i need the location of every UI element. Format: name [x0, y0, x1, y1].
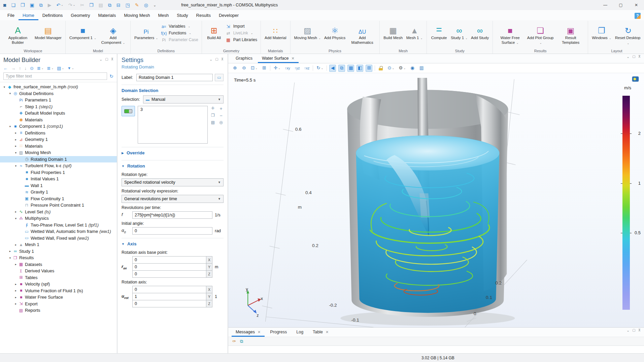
tree-expand-arrow[interactable]: ▸ [13, 289, 18, 292]
float-icon[interactable]: ▢ [105, 58, 108, 61]
collapse-icon[interactable]: ⌄ [626, 55, 630, 59]
rotation-section-header[interactable]: ▼ Rotation [122, 161, 224, 170]
tree-item-definitions[interactable]: ▸≡Definitions [0, 130, 117, 137]
filter-input[interactable] [3, 72, 107, 80]
livelink-button[interactable]: ⇄LiveLink⌄ [225, 30, 258, 36]
application-builder-button[interactable]: AApplication Builder [3, 22, 33, 48]
part-libraries-button[interactable]: ▦Part Libraries [225, 37, 258, 42]
add-study-button[interactable]: ∞Add Study [470, 22, 490, 48]
study-1-button[interactable]: ∞Study 1 ⌄ [449, 22, 469, 48]
paint-selection-button[interactable]: ✎ [135, 3, 139, 7]
tree-expand-arrow[interactable]: ▸ [13, 144, 18, 148]
copy-button[interactable]: ❐ [89, 3, 94, 7]
view-button[interactable]: ▤⌄ [57, 66, 64, 70]
information-tab-log[interactable]: Log [292, 328, 307, 337]
print-button[interactable]: ▥ [418, 65, 425, 72]
run-button[interactable]: ▶ [48, 3, 52, 7]
comsol-logo-button[interactable]: ◙ [3, 3, 6, 7]
float-icon[interactable]: ▢ [632, 329, 635, 332]
label-input[interactable] [136, 74, 213, 81]
windows-button[interactable]: ❐Windows ⌄ [590, 22, 613, 48]
selection-dropdown[interactable]: ▬ Manual ▼ [143, 95, 224, 103]
tree-collapse-arrow[interactable]: ▾ [13, 217, 18, 220]
tree-expand-arrow[interactable]: ▸ [8, 249, 12, 253]
pin-icon[interactable]: ⊼ [638, 329, 641, 332]
customize-toolbar-button[interactable]: ⌄ [153, 3, 156, 7]
float-icon[interactable]: ▢ [215, 58, 218, 61]
graphics-tab-graphics[interactable]: Graphics [232, 54, 257, 63]
add-plot-group-button[interactable]: ❏Add Plot Group ⌄ [526, 22, 555, 48]
functions-button[interactable]: f(x)Functions⌄ [160, 30, 199, 36]
tree-expand-arrow[interactable]: ▸ [13, 131, 18, 134]
tree-collapse-arrow[interactable]: ▾ [8, 256, 12, 260]
tree-collapse-arrow[interactable]: ▾ [13, 164, 18, 168]
menu-tab-results[interactable]: Results [192, 11, 215, 20]
undo-button[interactable]: ↶⌄ [57, 3, 63, 7]
forward-button[interactable]: → [11, 66, 15, 70]
select-highlight-button[interactable]: ◧ [357, 65, 363, 72]
tree-item-multiphysics[interactable]: ▾⁂Multiphysics [0, 215, 117, 222]
snapshot-button[interactable]: ◉ [409, 65, 416, 72]
tree-item-gravity-1[interactable]: ≋Gravity 1 [0, 189, 117, 195]
axis-section-header[interactable]: ▼ Axis [122, 239, 224, 248]
zoom-to-selection-button[interactable]: ◎ [218, 120, 224, 124]
find-button[interactable]: ◎ [144, 3, 148, 7]
lock-button[interactable] [377, 65, 384, 72]
tree-item-geometry-1[interactable]: ▸⊿Geometry 1 [0, 136, 117, 143]
float-icon[interactable]: ▢ [632, 55, 635, 59]
tree-collapse-arrow[interactable]: ▾ [13, 151, 18, 154]
paste-selection-button[interactable]: ▤ [210, 120, 215, 124]
visualization-button[interactable]: ⊙⌄ [386, 65, 395, 72]
environment-button[interactable]: ⚙⌄ [398, 65, 407, 72]
tree-item-moving-mesh[interactable]: ▾▨Moving Mesh [0, 149, 117, 156]
override-section-header[interactable]: ▶ Override [122, 148, 224, 157]
tree-item-tables[interactable]: ⊞Tables [0, 274, 117, 281]
moving-mesh-button[interactable]: ▨Moving Mesh ⌄ [293, 22, 322, 48]
save-button[interactable]: ▣ [30, 3, 34, 7]
tree-expand-arrow[interactable]: ▸ [13, 302, 18, 305]
menu-tab-geometry[interactable]: Geometry [67, 11, 94, 20]
rotation-axis-z-input[interactable] [132, 300, 206, 307]
rotation-axis-y-input[interactable] [132, 293, 206, 300]
import-button[interactable]: ⇲Import [225, 24, 258, 29]
scene-light-button[interactable]: ◀ [329, 65, 336, 72]
tree-item-study-1[interactable]: ▸∞Study 1 [0, 248, 117, 255]
new-file-button[interactable]: ❏ [11, 3, 15, 7]
pin-icon[interactable]: ⊼ [638, 55, 641, 59]
rename-button[interactable]: ▭ [215, 74, 224, 81]
tree-item-two-phase-flow-level-set-1[interactable]: ∮Two-Phase Flow, Level Set 1(tpf1) [0, 222, 117, 229]
move-down-button[interactable]: ↓ [25, 66, 27, 70]
tree-item-turbulent-flow-k[interactable]: ▾≈Turbulent Flow, k-ε(spf) [0, 162, 117, 169]
expand-button[interactable]: ≣⌄ [37, 66, 44, 70]
close-tab-icon[interactable]: ✕ [326, 330, 329, 334]
rotate-view-button[interactable]: ↻⌄ [315, 65, 324, 72]
view-orientation-button[interactable]: ✛⌄ [273, 65, 281, 72]
initial-angle-input[interactable] [132, 227, 212, 235]
zoom-out-button[interactable]: ⊖ [241, 65, 247, 72]
menu-tab-developer[interactable]: Developer [215, 11, 243, 20]
legend-button[interactable]: ⊞ [366, 65, 372, 72]
graphics-tab-water-surface[interactable]: Water Surface✕ [258, 54, 299, 63]
tree-item-initial-values-1[interactable]: ■Initial Values 1 [0, 176, 117, 182]
build-all-button[interactable]: ⊞Build All [204, 22, 224, 48]
paste-button[interactable]: ▤ [99, 3, 103, 7]
tree-item-results[interactable]: ▾❒Results [0, 254, 117, 261]
remove-from-selection-button[interactable]: − [218, 113, 224, 118]
comsol-corner-icon[interactable] [632, 77, 639, 82]
domain-selection-heading[interactable]: Domain Selection [122, 86, 224, 94]
menu-tab-definitions[interactable]: Definitions [38, 11, 67, 20]
tree-item-wetted-wall-fixed-wall[interactable]: ▭Wetted Wall, Fixed wall(ww2) [0, 235, 117, 242]
pin-icon[interactable]: ⊼ [221, 58, 224, 61]
collapse-tree-button[interactable]: ≣⌄ [47, 66, 54, 70]
view-xy-button[interactable]: ↑xy [284, 65, 291, 72]
close-button[interactable]: ✕ [629, 0, 644, 10]
tree-item-materials[interactable]: ▸∷Materials [0, 143, 117, 150]
parameters-button[interactable]: PiParameters ⌄ [133, 22, 159, 48]
tree-item-reports[interactable]: ▤Reports [0, 307, 117, 314]
menu-tab-home[interactable]: Home [19, 11, 38, 20]
variables-button[interactable]: a=Variables⌄ [160, 24, 199, 29]
model-manager-button[interactable]: ▤Model Manager [33, 22, 63, 48]
velocity-expression-dropdown[interactable]: General revolutions per time ▼ [122, 195, 224, 203]
selected-domains-list[interactable]: 3 [138, 106, 208, 144]
transparency-button[interactable]: ⧉ [338, 65, 345, 72]
